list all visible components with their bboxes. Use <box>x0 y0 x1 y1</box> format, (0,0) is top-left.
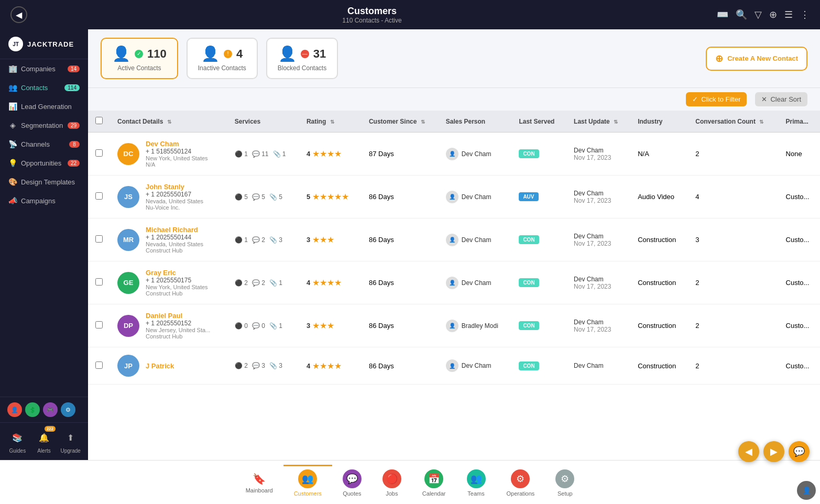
menu-icon[interactable]: ☰ <box>784 9 793 20</box>
prev-button[interactable]: ◀ <box>738 441 759 462</box>
contact-phone: + 1 2025550167 <box>146 191 203 198</box>
row-checkbox[interactable] <box>95 278 103 286</box>
nav-teams[interactable]: 👥 Teams <box>456 465 496 500</box>
row-checkbox[interactable] <box>95 149 103 157</box>
table-row[interactable]: JP J Patrick ⚫ 2 💬 3 📎 3 4 ★★★★ <box>88 347 820 385</box>
select-all-checkbox[interactable] <box>95 117 103 124</box>
nav-operations[interactable]: ⚙ Operations <box>496 465 545 500</box>
row-checkbox[interactable] <box>95 235 103 243</box>
search-icon[interactable]: 🔍 <box>736 9 747 20</box>
sidebar-item-segmentation[interactable]: ◈ Segmentation 29 <box>0 116 88 135</box>
sales-person-cell: 👤 Dev Cham <box>439 133 512 176</box>
sort-icon-since[interactable]: ⇅ <box>421 119 425 125</box>
col-last-update: Last Update ⇅ <box>566 111 630 133</box>
active-contacts-icon: 👤 <box>112 45 130 62</box>
service-chat: 💬 11 <box>252 150 269 158</box>
nav-setup[interactable]: ⚙ Setup <box>545 465 585 500</box>
upgrade-button[interactable]: ⬆ Upgrade <box>59 429 82 454</box>
services-cell: ⚫ 5 💬 5 📎 5 <box>227 176 299 218</box>
sort-icon-contact[interactable]: ⇅ <box>167 119 171 125</box>
channels-icon: 📡 <box>8 140 17 148</box>
sales-person-name: Dev Cham <box>462 193 491 201</box>
alerts-button[interactable]: 🔔 222 Alerts <box>33 429 56 454</box>
sort-icon-rating[interactable]: ⇅ <box>330 119 334 125</box>
chat-button[interactable]: 💬 <box>789 441 810 462</box>
next-button[interactable]: ▶ <box>763 441 784 462</box>
sidebar-avatar-3[interactable]: 🎮 <box>43 402 58 417</box>
row-checkbox[interactable] <box>95 192 103 200</box>
user-avatar[interactable]: 👤 <box>797 481 816 500</box>
back-button[interactable]: ◀ <box>10 6 27 23</box>
prima-value: Custo... <box>786 362 810 370</box>
customer-since-cell: 86 Days <box>362 347 439 385</box>
table-row[interactable]: DP Daniel Paul + 1 2025550152 New Jersey… <box>88 304 820 347</box>
row-checkbox[interactable] <box>95 361 103 369</box>
create-contact-button[interactable]: ⊕ Create A New Contact <box>706 47 807 71</box>
click-to-filter-button[interactable]: ✓ Click to Filter <box>686 92 747 106</box>
sidebar-item-design-templates[interactable]: 🎨 Design Templates <box>0 172 88 191</box>
table-row[interactable]: GE Gray Eric + 1 2025550175 New York, Un… <box>88 261 820 304</box>
sidebar-avatar-1[interactable]: 👤 <box>7 402 22 417</box>
nav-customers[interactable]: 👥 Customers <box>283 465 332 500</box>
last-update-date: Nov 17, 2023 <box>574 283 623 290</box>
last-update-date: Nov 17, 2023 <box>574 197 623 204</box>
contact-name[interactable]: Gray Eric <box>146 269 208 277</box>
contact-name[interactable]: Michael Richard <box>146 226 203 234</box>
keyboard-icon[interactable]: ⌨️ <box>717 9 728 20</box>
sidebar-avatar-4[interactable]: ⚙ <box>61 402 75 417</box>
table-row[interactable]: MR Michael Richard + 1 2025550144 Nevada… <box>88 218 820 261</box>
row-checkbox-cell[interactable] <box>88 218 110 261</box>
blocked-contacts-icon: 👤 <box>278 45 297 62</box>
inactive-contacts-card[interactable]: 👤 ! 4 Inactive Contacts <box>187 38 258 79</box>
more-icon[interactable]: ⋮ <box>800 9 810 20</box>
contact-name[interactable]: John Stanly <box>146 183 203 191</box>
nav-quotes[interactable]: 💬 Quotes <box>332 465 372 500</box>
last-served-badge: CON <box>519 278 539 287</box>
contact-name[interactable]: J Patrick <box>146 362 174 370</box>
contact-avatar: JS <box>117 186 139 208</box>
clear-sort-button[interactable]: ✕ Clear Sort <box>755 92 807 106</box>
table-row[interactable]: DC Dev Cham + 1 5185550124 New York, Uni… <box>88 133 820 176</box>
last-served-badge: CON <box>519 149 539 158</box>
sidebar-item-channels[interactable]: 📡 Channels 8 <box>0 135 88 154</box>
contact-name[interactable]: Daniel Paul <box>146 312 210 320</box>
row-checkbox-cell[interactable] <box>88 176 110 218</box>
sidebar-item-opportunities[interactable]: 💡 Opportunities 22 <box>0 154 88 172</box>
contact-details-cell: JS John Stanly + 1 2025550167 Nevada, Un… <box>110 176 227 218</box>
blocked-contacts-card[interactable]: 👤 — 31 Blocked Contacts <box>266 38 338 79</box>
add-icon[interactable]: ⊕ <box>769 9 777 20</box>
select-all-header[interactable] <box>88 111 110 133</box>
contact-name[interactable]: Dev Cham <box>146 140 208 148</box>
nav-jobs[interactable]: 🔴 Jobs <box>372 465 412 500</box>
row-checkbox-cell[interactable] <box>88 261 110 304</box>
row-checkbox-cell[interactable] <box>88 347 110 385</box>
operations-icon: ⚙ <box>511 469 530 488</box>
guides-button[interactable]: 📚 Guides <box>6 429 29 454</box>
filter-icon[interactable]: ▽ <box>755 9 762 20</box>
sidebar-item-campaigns[interactable]: 📣 Campaigns <box>0 191 88 210</box>
customer-since-cell: 86 Days <box>362 304 439 347</box>
nav-mainboard[interactable]: 🔖 Mainboard <box>235 468 283 497</box>
sidebar-avatar-2[interactable]: 💲 <box>25 402 40 417</box>
conv-count-cell: 2 <box>688 347 778 385</box>
sort-icon-conv[interactable]: ⇅ <box>759 119 763 125</box>
contact-phone: + 1 2025550152 <box>146 320 210 327</box>
lead-gen-icon: 📊 <box>8 102 17 111</box>
row-checkbox[interactable] <box>95 321 103 328</box>
conv-count-cell: 2 <box>688 304 778 347</box>
row-checkbox-cell[interactable] <box>88 133 110 176</box>
sidebar-item-companies[interactable]: 🏢 Companies 14 <box>0 59 88 78</box>
prima-cell: Custo... <box>779 176 820 218</box>
clear-sort-icon: ✕ <box>761 95 767 103</box>
prima-cell: Custo... <box>779 261 820 304</box>
row-checkbox-cell[interactable] <box>88 304 110 347</box>
nav-calendar[interactable]: 📅 Calendar <box>412 465 456 500</box>
sort-icon-update[interactable]: ⇅ <box>614 119 618 125</box>
sidebar-item-lead-generation[interactable]: 📊 Lead Generation <box>0 97 88 116</box>
sidebar-item-contacts[interactable]: 👥 Contacts 114 <box>0 78 88 97</box>
sidebar-label-design-templates: Design Templates <box>21 178 75 186</box>
active-contacts-card[interactable]: 👤 ✓ 110 Active Contacts <box>101 38 178 79</box>
industry-cell: Audio Video <box>630 176 688 218</box>
table-row[interactable]: JS John Stanly + 1 2025550167 Nevada, Un… <box>88 176 820 218</box>
last-served-badge: CON <box>519 361 539 370</box>
